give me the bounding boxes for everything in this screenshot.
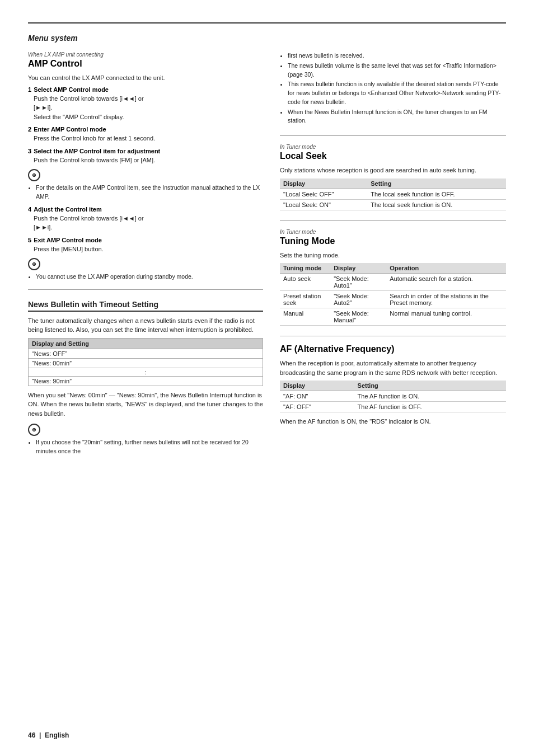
af-col-display: Display [280, 381, 354, 391]
local-seek-row2-display: "Local Seek: ON" [280, 199, 367, 210]
step-4-number: 4 [28, 206, 31, 213]
step-3-number: 3 [28, 148, 31, 154]
step-1: 1 Select AMP Control mode Push the Contr… [28, 86, 263, 122]
note-icon-3: ⊕ [28, 169, 40, 181]
tuning-mode-intro: Sets the tuning mode. [280, 251, 506, 260]
news-dots: : [29, 368, 263, 376]
step-5-title: Exit AMP Control mode [34, 237, 102, 243]
table-row: "AF: ON" The AF function is ON. [280, 391, 506, 402]
step-3-notes: For the details on the AMP Control item,… [36, 184, 263, 201]
right-top-notes: first news bulletin is received. The new… [280, 51, 506, 125]
step-4: 4 Adjust the Control item Push the Contr… [28, 206, 263, 232]
step-3-note: For the details on the AMP Control item,… [36, 184, 263, 201]
local-seek-intro: Only stations whose reception is good ar… [280, 166, 506, 175]
news-bulletin-body1: When you set "News: 00min" — "News: 90mi… [28, 391, 263, 419]
news-row-2: “News: 00min” [29, 358, 263, 368]
local-seek-context: In Tuner mode [280, 144, 506, 150]
step-4-detail1: Push the Control knob towards [i◄◄] or [34, 214, 263, 223]
news-display-setting-box: Display and Setting “News: OFF” “News: 0… [28, 338, 263, 386]
tuning-row2-mode: Preset station seek [280, 291, 330, 308]
step-1-detail3: Select the "AMP Control" display. [34, 112, 263, 122]
divider-tuning-top [280, 220, 506, 221]
af-row2-setting: The AF function is OFF. [354, 402, 506, 412]
news-bulletin-section: News Bulletin with Timeout Setting The t… [28, 300, 263, 456]
step-1-title: Select AMP Control mode [34, 86, 109, 93]
footer-language: English [45, 731, 69, 739]
step-3: 3 Select the AMP Control item for adjust… [28, 148, 263, 201]
step-1-number: 1 [28, 86, 31, 93]
local-seek-section: In Tuner mode Local Seek Only stations w… [280, 135, 506, 210]
step-5-number: 5 [28, 237, 31, 243]
step-5-note: You cannot use the LX AMP operation duri… [36, 273, 263, 281]
news-table-header: Display and Setting [29, 339, 263, 349]
local-seek-col-display: Display [280, 179, 367, 189]
tuning-mode-table: Tuning mode Display Operation Auto seek … [280, 263, 506, 326]
divider-1 [28, 289, 263, 290]
news-bulletin-title: News Bulletin with Timeout Setting [28, 300, 263, 312]
step-2-title: Enter AMP Control mode [34, 126, 106, 133]
left-column: When LX AMP unit connecting AMP Control … [28, 51, 263, 459]
step-4-detail2: [►►i]. [34, 223, 263, 232]
step-5: 5 Exit AMP Control mode Press the [MENU]… [28, 237, 263, 281]
right-note-1: The news bulletin volume is the same lev… [288, 62, 506, 79]
af-title: AF (Alternative Frequency) [280, 344, 506, 354]
news-header-col1: Display and Setting [32, 340, 89, 347]
table-row: Manual "Seek Mode: Manual" Normal manual… [280, 308, 506, 326]
main-content: When LX AMP unit connecting AMP Control … [28, 51, 506, 459]
tuning-row2-operation: Search in order of the stations in the P… [386, 291, 506, 308]
local-seek-row1-setting: The local seek function is OFF. [367, 189, 506, 199]
local-seek-table: Display Setting "Local Seek: OFF" The lo… [280, 179, 506, 210]
table-row: Auto seek "Seek Mode: Auto1" Automatic s… [280, 274, 506, 291]
tuning-row3-operation: Normal manual tuning control. [386, 308, 506, 326]
amp-control-intro: You can control the LX AMP connected to … [28, 73, 263, 83]
right-note-3: When the News Bulletin Interrupt functio… [288, 108, 506, 126]
local-seek-title: Local Seek [280, 151, 506, 161]
af-intro: When the reception is poor, automaticall… [280, 359, 506, 377]
right-column: first news bulletin is received. The new… [280, 51, 506, 459]
local-seek-row1-display: "Local Seek: OFF" [280, 189, 367, 199]
tuning-row3-mode: Manual [280, 308, 330, 326]
tuning-col-mode: Tuning mode [280, 263, 330, 274]
af-row2-display: "AF: OFF" [280, 402, 354, 412]
af-note: When the AF function is ON, the "RDS" in… [280, 417, 506, 426]
divider-local-seek-top [280, 135, 506, 136]
news-row-last: “News: 90min” [29, 376, 263, 386]
tuning-col-operation: Operation [386, 263, 506, 274]
news-row-1: “News: OFF” [29, 349, 263, 358]
step-5-detail1: Press the [MENU] button. [34, 245, 263, 254]
step-4-title: Adjust the Control item [34, 206, 102, 213]
right-note-0: first news bulletin is received. [288, 51, 506, 60]
amp-control-section: When LX AMP unit connecting AMP Control … [28, 51, 263, 281]
step-3-title: Select the AMP Control item for adjustme… [34, 148, 160, 154]
news-bulletin-intro: The tuner automatically changes when a n… [28, 316, 263, 335]
page-footer: 46 | English [28, 731, 69, 739]
amp-control-title: AMP Control [28, 59, 263, 69]
table-row: Preset station seek "Seek Mode: Auto2" S… [280, 291, 506, 308]
note-icon-news: ⊕ [28, 424, 40, 436]
af-row1-setting: The AF function is ON. [354, 391, 506, 402]
tuning-mode-section: In Tuner mode Tuning Mode Sets the tunin… [280, 220, 506, 326]
tuning-mode-context: In Tuner mode [280, 229, 506, 235]
step-3-icon: ⊕ [28, 167, 263, 184]
table-row: "AF: OFF" The AF function is OFF. [280, 402, 506, 412]
news-bulletin-note-list: If you choose the "20min" setting, furth… [36, 438, 263, 456]
tuning-row2-display: "Seek Mode: Auto2" [330, 291, 386, 308]
amp-context-label: When LX AMP unit connecting [28, 51, 263, 58]
tuning-row1-display: "Seek Mode: Auto1" [330, 274, 386, 291]
step-2-detail1: Press the Control knob for at least 1 se… [34, 134, 263, 143]
af-table: Display Setting "AF: ON" The AF function… [280, 381, 506, 412]
news-bulletin-note: If you choose the "20min" setting, furth… [36, 438, 263, 456]
right-note-2: This news bulletin function is only avai… [288, 80, 506, 106]
footer-page-number: 46 [28, 731, 35, 739]
step-3-detail1: Push the Control knob towards [FM] or [A… [34, 156, 263, 165]
divider-af-top [280, 336, 506, 336]
note-icon-5: ⊕ [28, 258, 40, 270]
step-5-notes: You cannot use the LX AMP operation duri… [36, 273, 263, 281]
step-2-number: 2 [28, 126, 31, 133]
step-5-icon: ⊕ [28, 256, 263, 273]
local-seek-col-setting: Setting [367, 179, 506, 189]
page: Menu system When LX AMP unit connecting … [0, 0, 534, 756]
table-row: "Local Seek: OFF" The local seek functio… [280, 189, 506, 199]
af-row1-display: "AF: ON" [280, 391, 354, 402]
step-1-detail1: Push the Control knob towards [i◄◄] or [34, 94, 263, 104]
